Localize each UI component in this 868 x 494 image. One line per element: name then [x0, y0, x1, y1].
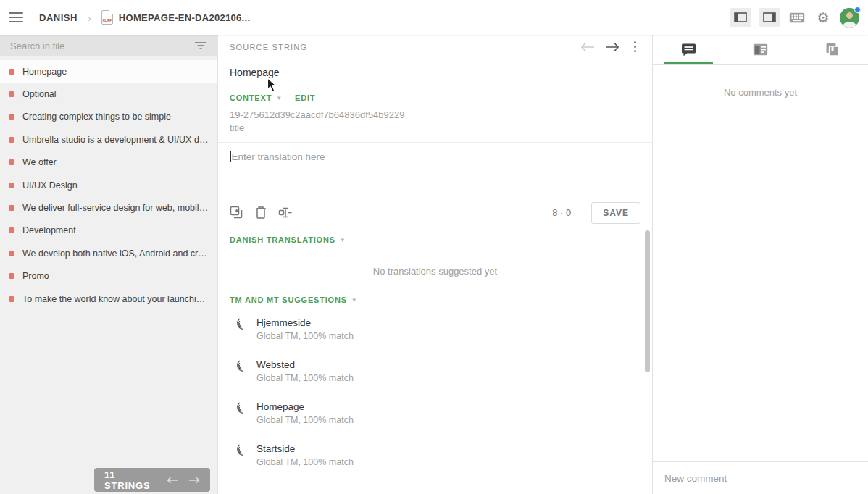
edit-context-button[interactable]: EDIT: [295, 93, 315, 102]
string-label: We deliver full-service design for web, …: [22, 203, 210, 213]
untranslated-status-marker: [9, 114, 14, 120]
keyboard-shortcuts-button[interactable]: [788, 8, 806, 27]
suggestion-source-meta: Global TM, 100% match: [256, 457, 354, 467]
string-label: Homepage: [22, 67, 67, 77]
search-bar: [0, 35, 217, 56]
untranslated-status-marker: [9, 227, 14, 233]
suggestion-text: Homepage: [256, 401, 354, 412]
danish-translations-header[interactable]: DANISH TRANSLATIONS: [230, 235, 335, 244]
string-list-item[interactable]: To make the world know about your launch…: [0, 288, 217, 310]
breadcrumb-file[interactable]: XLIFF HOMEPAGE-EN-DA202106...: [101, 10, 251, 25]
untranslated-status-marker: [9, 69, 14, 75]
translation-placeholder: Enter translation here: [232, 151, 325, 162]
untranslated-status-marker: [9, 205, 14, 211]
right-panel-tabs: [653, 35, 868, 65]
notification-dot: [854, 7, 861, 13]
tm-mt-suggestions-header[interactable]: TM AND MT SUGGESTIONS: [230, 296, 347, 304]
suggestions-area: DANISH TRANSLATIONS ▼ No translations su…: [218, 225, 652, 494]
layout-right-icon: [763, 12, 776, 22]
translation-memory-icon: [230, 402, 245, 425]
string-label: Development: [22, 225, 76, 235]
suggestion-text: Startside: [256, 443, 354, 454]
more-options-icon[interactable]: [630, 40, 641, 54]
next-page-arrow-icon[interactable]: [188, 477, 200, 484]
string-label: Umbrella studio is a development & UI/UX…: [22, 135, 210, 145]
string-list-item[interactable]: Umbrella studio is a development & UI/UX…: [0, 128, 217, 151]
tab-terminology[interactable]: [796, 35, 868, 64]
context-key: title: [218, 120, 652, 143]
untranslated-status-marker: [9, 273, 14, 279]
untranslated-status-marker: [9, 137, 14, 143]
new-comment-input[interactable]: [664, 473, 856, 484]
string-label: We develop both native iOS, Android and …: [22, 248, 210, 259]
top-bar: DANISH › XLIFF HOMEPAGE-EN-DA202106... ⚙: [0, 0, 868, 35]
string-list-item[interactable]: UI/UX Design: [0, 174, 217, 196]
string-list-item[interactable]: Optional: [0, 83, 217, 105]
string-label: Promo: [22, 271, 49, 281]
previous-string-button[interactable]: [580, 42, 595, 52]
user-avatar[interactable]: [840, 8, 859, 28]
tm-suggestion-list: Hjemmeside Global TM, 100% match Websted…: [218, 304, 652, 472]
tm-suggestion-item[interactable]: Homepage Global TM, 100% match: [218, 397, 652, 430]
no-translations-message: No translations suggested yet: [218, 244, 652, 296]
tab-comments[interactable]: [653, 35, 725, 64]
save-button[interactable]: SAVE: [591, 202, 640, 224]
string-list-item[interactable]: Creating complex things to be simple: [0, 106, 217, 128]
breadcrumb-language[interactable]: DANISH: [39, 12, 78, 23]
clear-translation-button[interactable]: [255, 206, 267, 219]
string-list-item[interactable]: Promo: [0, 265, 217, 288]
string-list-item[interactable]: Development: [0, 219, 217, 242]
context-toggle[interactable]: CONTEXT: [230, 93, 272, 102]
string-label: Creating complex things to be simple: [22, 112, 171, 122]
string-list-item[interactable]: We offer: [0, 151, 217, 174]
suggestion-source-meta: Global TM, 100% match: [256, 415, 354, 425]
toggle-left-panel-button[interactable]: [730, 8, 751, 27]
file-xliff-icon: XLIFF: [101, 10, 113, 25]
string-list: Homepage Optional Creating complex thing…: [0, 56, 217, 310]
comments-panel: No comments yet: [653, 35, 868, 494]
string-label: UI/UX Design: [22, 180, 78, 191]
tm-suggestion-item[interactable]: Startside Global TM, 100% match: [218, 439, 652, 472]
tm-suggestion-item[interactable]: Websted Global TM, 100% match: [218, 355, 652, 388]
comment-icon: [681, 43, 696, 56]
chevron-down-icon: ▼: [276, 95, 282, 101]
untranslated-status-marker: [9, 159, 14, 165]
source-string-header: SOURCE STRING: [230, 43, 580, 51]
menu-icon[interactable]: [9, 12, 23, 22]
tab-search-tm[interactable]: [725, 35, 796, 64]
previous-page-arrow-icon[interactable]: [167, 477, 178, 484]
strings-sidebar: Homepage Optional Creating complex thing…: [0, 35, 217, 494]
string-list-item[interactable]: Homepage: [0, 60, 217, 83]
suggestion-source-meta: Global TM, 100% match: [256, 373, 354, 383]
string-list-item[interactable]: We develop both native iOS, Android and …: [0, 242, 217, 264]
settings-button[interactable]: ⚙: [814, 8, 832, 27]
untranslated-status-marker: [9, 183, 14, 188]
untranslated-status-marker: [9, 91, 14, 97]
string-label: We offer: [22, 157, 57, 167]
new-comment-bar: [653, 461, 868, 494]
layout-left-icon: [734, 12, 747, 22]
search-input[interactable]: [10, 41, 194, 51]
translation-memory-icon: [230, 444, 245, 467]
chevron-down-icon: ▼: [351, 297, 357, 303]
editor-panel: SOURCE STRING Homepage CONTEXT ▼ EDIT 19…: [217, 35, 653, 494]
translation-input[interactable]: Enter translation here: [218, 143, 652, 201]
string-list-item[interactable]: We deliver full-service design for web, …: [0, 196, 217, 219]
toggle-right-panel-button[interactable]: [759, 8, 780, 27]
text-selection-mode-button[interactable]: [278, 206, 293, 219]
suggestion-text: Hjemmeside: [256, 317, 354, 328]
scrollbar-thumb[interactable]: [645, 230, 650, 372]
chevron-right-icon: ›: [88, 12, 91, 24]
dictionary-book-icon: [825, 43, 840, 56]
translation-memory-icon: [230, 318, 245, 341]
tm-suggestion-item[interactable]: Hjemmeside Global TM, 100% match: [218, 313, 652, 346]
no-comments-message: No comments yet: [653, 65, 868, 98]
context-identifier: 19-275612d39c2aacdf7b64836df54b9229: [218, 104, 652, 120]
chevron-down-icon: ▼: [340, 237, 346, 243]
suggestion-text: Websted: [256, 359, 354, 370]
next-string-button[interactable]: [605, 42, 619, 52]
gear-icon: ⚙: [817, 11, 829, 25]
file-name: HOMEPAGE-EN-DA202106...: [119, 12, 251, 23]
filter-icon[interactable]: [194, 41, 207, 51]
copy-source-button[interactable]: [230, 206, 243, 219]
